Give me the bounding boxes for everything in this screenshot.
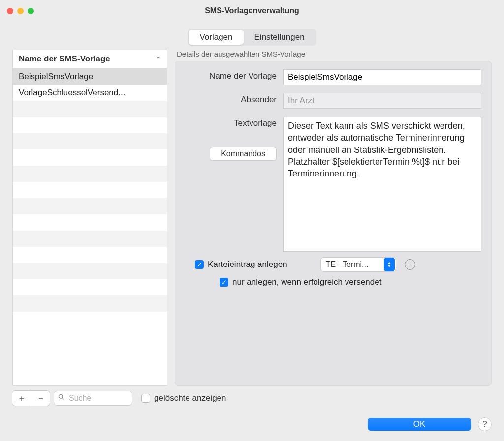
list-item[interactable] xyxy=(13,231,167,247)
list-item[interactable] xyxy=(13,263,167,279)
row-nur-anlegen: ✓ nur anlegen, wenn erfolgreich versende… xyxy=(195,277,481,287)
ok-button[interactable]: OK xyxy=(368,418,471,431)
list-header-label: Name der SMS-Vorlage xyxy=(19,54,110,64)
add-button[interactable]: ＋ xyxy=(12,391,31,406)
row-name: Name der Vorlage xyxy=(185,69,481,85)
sender-label: Absender xyxy=(185,93,284,105)
list-item[interactable] xyxy=(13,214,167,231)
footer: OK ? xyxy=(12,406,492,431)
text-template-textarea[interactable] xyxy=(284,117,481,252)
content: Vorlagen Einstellungen Name der SMS-Vorl… xyxy=(0,22,504,441)
list-item[interactable] xyxy=(13,182,167,198)
traffic-lights xyxy=(7,8,34,14)
list-item[interactable] xyxy=(13,295,167,312)
details-box: Name der Vorlage Absender Textvor xyxy=(175,61,492,386)
search-icon xyxy=(58,393,65,403)
kommandos-button[interactable]: Kommandos xyxy=(210,147,277,161)
list-rows: BeispielSmsVorlage VorlageSchluesselVers… xyxy=(13,68,167,385)
name-input[interactable] xyxy=(284,69,481,85)
eintrag-type-popup[interactable]: TE - Termi... ▲▼ xyxy=(321,258,396,271)
help-button[interactable]: ? xyxy=(478,417,492,431)
svg-line-1 xyxy=(62,398,63,399)
checkbox-nur-anlegen[interactable]: ✓ xyxy=(220,278,228,287)
list-item[interactable] xyxy=(13,247,167,263)
row-text: Textvorlage Kommandos xyxy=(185,117,481,254)
add-remove-segment: ＋ － xyxy=(12,391,50,406)
checkbox-area: ✓ Karteieintrag anlegen TE - Termi... ▲▼… xyxy=(185,258,481,287)
window-title: SMS-Vorlagenverwaltung xyxy=(205,6,299,15)
bottom-controls: ＋ － gelöschte anzeigen xyxy=(12,391,288,406)
row-anlegen: ✓ Karteieintrag anlegen TE - Termi... ▲▼… xyxy=(195,258,481,271)
name-label: Name der Vorlage xyxy=(185,69,284,81)
list-item[interactable] xyxy=(13,198,167,214)
tabs: Vorlagen Einstellungen xyxy=(188,29,316,46)
list-item[interactable] xyxy=(13,312,167,328)
row-sender: Absender xyxy=(185,93,481,109)
list-item[interactable]: BeispielSmsVorlage xyxy=(13,68,167,85)
anlegen-label: Karteieintrag anlegen xyxy=(208,260,287,269)
list-item[interactable] xyxy=(13,101,167,117)
nur-anlegen-label: nur anlegen, wenn erfolgreich versendet xyxy=(232,277,381,287)
remove-button[interactable]: － xyxy=(31,391,50,406)
tab-einstellungen[interactable]: Einstellungen xyxy=(244,30,315,45)
sort-caret-icon: ⌃ xyxy=(156,56,161,62)
list-header[interactable]: Name der SMS-Vorlage ⌃ xyxy=(13,50,167,68)
left-column: Name der SMS-Vorlage ⌃ BeispielSmsVorlag… xyxy=(12,50,167,386)
window: SMS-Vorlagenverwaltung Vorlagen Einstell… xyxy=(0,0,504,441)
right-column: Details der ausgewählten SMS-Vorlage Nam… xyxy=(175,50,492,386)
checkbox-anlegen[interactable]: ✓ xyxy=(195,260,204,269)
search-input[interactable] xyxy=(54,391,132,406)
more-icon[interactable]: ⋯ xyxy=(405,259,415,270)
popup-value: TE - Termi... xyxy=(326,260,383,269)
tabs-container: Vorlagen Einstellungen xyxy=(12,29,492,46)
minimize-button[interactable] xyxy=(17,8,24,14)
titlebar: SMS-Vorlagenverwaltung xyxy=(0,0,504,22)
tab-vorlagen[interactable]: Vorlagen xyxy=(189,30,243,45)
list-item[interactable] xyxy=(13,149,167,166)
text-label: Textvorlage xyxy=(234,117,277,128)
updown-icon: ▲▼ xyxy=(384,258,395,271)
list-item[interactable] xyxy=(13,117,167,133)
list-item[interactable] xyxy=(13,133,167,149)
sender-input xyxy=(284,93,481,109)
checkbox-show-deleted[interactable] xyxy=(141,394,150,403)
list-item[interactable] xyxy=(13,279,167,295)
list-item[interactable] xyxy=(13,166,167,182)
svg-point-0 xyxy=(59,395,63,399)
template-list: Name der SMS-Vorlage ⌃ BeispielSmsVorlag… xyxy=(12,50,167,386)
maximize-button[interactable] xyxy=(28,8,34,14)
show-deleted-label: gelöschte anzeigen xyxy=(154,393,226,403)
list-item[interactable]: VorlageSchluesselVersend... xyxy=(13,85,167,101)
close-button[interactable] xyxy=(7,8,13,14)
details-title: Details der ausgewählten SMS-Vorlage xyxy=(175,50,492,58)
main-panels: Name der SMS-Vorlage ⌃ BeispielSmsVorlag… xyxy=(12,50,492,386)
